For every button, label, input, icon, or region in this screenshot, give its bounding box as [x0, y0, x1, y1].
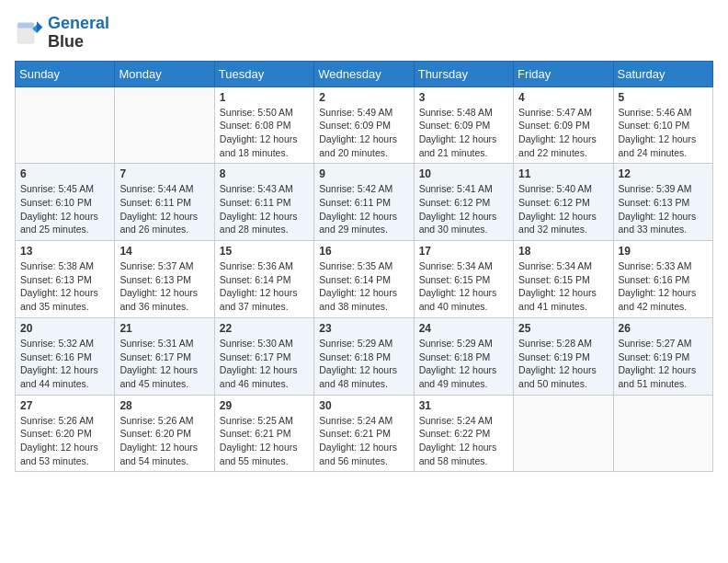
logo-text: General Blue	[48, 15, 109, 52]
day-number: 3	[419, 91, 508, 104]
cell-content: Sunrise: 5:38 AMSunset: 6:13 PMDaylight:…	[20, 260, 98, 312]
cell-content: Sunrise: 5:47 AMSunset: 6:09 PMDaylight:…	[518, 107, 597, 158]
cell-content: Sunrise: 5:44 AMSunset: 6:11 PMDaylight:…	[119, 183, 198, 235]
day-number: 28	[119, 399, 209, 412]
calendar-cell	[514, 395, 613, 472]
day-header-monday: Monday	[115, 61, 214, 86]
day-header-wednesday: Wednesday	[314, 61, 414, 86]
cell-content: Sunrise: 5:50 AMSunset: 6:08 PMDaylight:…	[220, 107, 298, 158]
calendar-cell: 13 Sunrise: 5:38 AMSunset: 6:13 PMDaylig…	[16, 241, 115, 318]
day-number: 22	[220, 322, 309, 335]
calendar-cell: 25 Sunrise: 5:28 AMSunset: 6:19 PMDaylig…	[514, 317, 613, 395]
calendar-cell: 18 Sunrise: 5:34 AMSunset: 6:15 PMDaylig…	[514, 241, 613, 318]
day-number: 17	[419, 245, 508, 258]
calendar-cell: 23 Sunrise: 5:29 AMSunset: 6:18 PMDaylig…	[314, 317, 414, 395]
calendar-cell: 27 Sunrise: 5:26 AMSunset: 6:20 PMDaylig…	[16, 395, 115, 472]
day-number: 10	[419, 167, 508, 180]
day-number: 4	[518, 91, 608, 104]
cell-content: Sunrise: 5:30 AMSunset: 6:17 PMDaylight:…	[220, 338, 298, 389]
day-number: 9	[319, 167, 408, 180]
day-header-thursday: Thursday	[414, 61, 513, 86]
day-number: 12	[619, 167, 708, 180]
day-number: 1	[220, 91, 309, 104]
calendar-cell: 4 Sunrise: 5:47 AMSunset: 6:09 PMDayligh…	[514, 86, 613, 164]
day-number: 11	[518, 167, 608, 180]
day-number: 25	[518, 322, 608, 335]
day-header-friday: Friday	[514, 61, 613, 86]
calendar-cell: 15 Sunrise: 5:36 AMSunset: 6:14 PMDaylig…	[214, 241, 313, 318]
calendar-cell: 5 Sunrise: 5:46 AMSunset: 6:10 PMDayligh…	[613, 86, 712, 164]
calendar-cell: 16 Sunrise: 5:35 AMSunset: 6:14 PMDaylig…	[314, 241, 414, 318]
day-number: 5	[619, 91, 708, 104]
cell-content: Sunrise: 5:26 AMSunset: 6:20 PMDaylight:…	[119, 415, 198, 466]
cell-content: Sunrise: 5:24 AMSunset: 6:22 PMDaylight:…	[419, 415, 497, 466]
calendar-cell	[16, 86, 115, 164]
cell-content: Sunrise: 5:31 AMSunset: 6:17 PMDaylight:…	[119, 338, 198, 389]
calendar-week-row: 13 Sunrise: 5:38 AMSunset: 6:13 PMDaylig…	[16, 241, 713, 318]
day-number: 21	[119, 322, 209, 335]
calendar-cell: 20 Sunrise: 5:32 AMSunset: 6:16 PMDaylig…	[16, 317, 115, 395]
svg-marker-3	[37, 21, 42, 33]
cell-content: Sunrise: 5:35 AMSunset: 6:14 PMDaylight:…	[319, 260, 397, 312]
cell-content: Sunrise: 5:36 AMSunset: 6:14 PMDaylight:…	[220, 260, 298, 312]
calendar-header-row: SundayMondayTuesdayWednesdayThursdayFrid…	[16, 61, 713, 86]
cell-content: Sunrise: 5:25 AMSunset: 6:21 PMDaylight:…	[220, 415, 298, 466]
day-number: 16	[319, 245, 408, 258]
calendar-week-row: 20 Sunrise: 5:32 AMSunset: 6:16 PMDaylig…	[16, 317, 713, 395]
calendar-cell: 31 Sunrise: 5:24 AMSunset: 6:22 PMDaylig…	[414, 395, 513, 472]
calendar-cell: 17 Sunrise: 5:34 AMSunset: 6:15 PMDaylig…	[414, 241, 513, 318]
cell-content: Sunrise: 5:49 AMSunset: 6:09 PMDaylight:…	[319, 107, 397, 158]
cell-content: Sunrise: 5:24 AMSunset: 6:21 PMDaylight:…	[319, 415, 397, 466]
cell-content: Sunrise: 5:41 AMSunset: 6:12 PMDaylight:…	[419, 183, 497, 235]
logo-icon	[15, 18, 44, 48]
day-number: 14	[119, 245, 209, 258]
calendar-week-row: 6 Sunrise: 5:45 AMSunset: 6:10 PMDayligh…	[16, 164, 713, 241]
cell-content: Sunrise: 5:45 AMSunset: 6:10 PMDaylight:…	[20, 183, 98, 235]
calendar-week-row: 27 Sunrise: 5:26 AMSunset: 6:20 PMDaylig…	[16, 395, 713, 472]
calendar-cell: 26 Sunrise: 5:27 AMSunset: 6:19 PMDaylig…	[613, 317, 712, 395]
calendar-cell: 19 Sunrise: 5:33 AMSunset: 6:16 PMDaylig…	[613, 241, 712, 318]
day-number: 26	[619, 322, 708, 335]
cell-content: Sunrise: 5:40 AMSunset: 6:12 PMDaylight:…	[518, 183, 597, 235]
calendar-cell: 8 Sunrise: 5:43 AMSunset: 6:11 PMDayligh…	[214, 164, 313, 241]
cell-content: Sunrise: 5:33 AMSunset: 6:16 PMDaylight:…	[619, 260, 697, 312]
day-number: 15	[220, 245, 309, 258]
day-number: 2	[319, 91, 408, 104]
cell-content: Sunrise: 5:37 AMSunset: 6:13 PMDaylight:…	[119, 260, 198, 312]
day-number: 8	[220, 167, 309, 180]
calendar-cell: 9 Sunrise: 5:42 AMSunset: 6:11 PMDayligh…	[314, 164, 414, 241]
calendar-cell: 21 Sunrise: 5:31 AMSunset: 6:17 PMDaylig…	[115, 317, 214, 395]
day-number: 31	[419, 399, 508, 412]
cell-content: Sunrise: 5:43 AMSunset: 6:11 PMDaylight:…	[220, 183, 298, 235]
logo: General Blue	[15, 15, 109, 52]
day-number: 23	[319, 322, 408, 335]
cell-content: Sunrise: 5:46 AMSunset: 6:10 PMDaylight:…	[619, 107, 697, 158]
calendar-cell: 3 Sunrise: 5:48 AMSunset: 6:09 PMDayligh…	[414, 86, 513, 164]
calendar-cell	[613, 395, 712, 472]
calendar-cell: 22 Sunrise: 5:30 AMSunset: 6:17 PMDaylig…	[214, 317, 313, 395]
day-number: 29	[220, 399, 309, 412]
day-number: 30	[319, 399, 408, 412]
calendar-week-row: 1 Sunrise: 5:50 AMSunset: 6:08 PMDayligh…	[16, 86, 713, 164]
day-number: 13	[20, 245, 109, 258]
cell-content: Sunrise: 5:27 AMSunset: 6:19 PMDaylight:…	[619, 338, 697, 389]
calendar-cell: 7 Sunrise: 5:44 AMSunset: 6:11 PMDayligh…	[115, 164, 214, 241]
calendar-cell: 2 Sunrise: 5:49 AMSunset: 6:09 PMDayligh…	[314, 86, 414, 164]
calendar-cell: 14 Sunrise: 5:37 AMSunset: 6:13 PMDaylig…	[115, 241, 214, 318]
calendar-cell: 1 Sunrise: 5:50 AMSunset: 6:08 PMDayligh…	[214, 86, 313, 164]
day-header-saturday: Saturday	[613, 61, 712, 86]
calendar-cell: 24 Sunrise: 5:29 AMSunset: 6:18 PMDaylig…	[414, 317, 513, 395]
calendar-cell: 28 Sunrise: 5:26 AMSunset: 6:20 PMDaylig…	[115, 395, 214, 472]
day-number: 18	[518, 245, 608, 258]
svg-rect-2	[17, 23, 34, 29]
day-header-tuesday: Tuesday	[214, 61, 313, 86]
cell-content: Sunrise: 5:26 AMSunset: 6:20 PMDaylight:…	[20, 415, 98, 466]
calendar-cell: 30 Sunrise: 5:24 AMSunset: 6:21 PMDaylig…	[314, 395, 414, 472]
day-number: 19	[619, 245, 708, 258]
day-header-sunday: Sunday	[16, 61, 115, 86]
cell-content: Sunrise: 5:32 AMSunset: 6:16 PMDaylight:…	[20, 338, 98, 389]
cell-content: Sunrise: 5:29 AMSunset: 6:18 PMDaylight:…	[319, 338, 397, 389]
day-number: 7	[119, 167, 209, 180]
day-number: 27	[20, 399, 109, 412]
cell-content: Sunrise: 5:34 AMSunset: 6:15 PMDaylight:…	[518, 260, 597, 312]
